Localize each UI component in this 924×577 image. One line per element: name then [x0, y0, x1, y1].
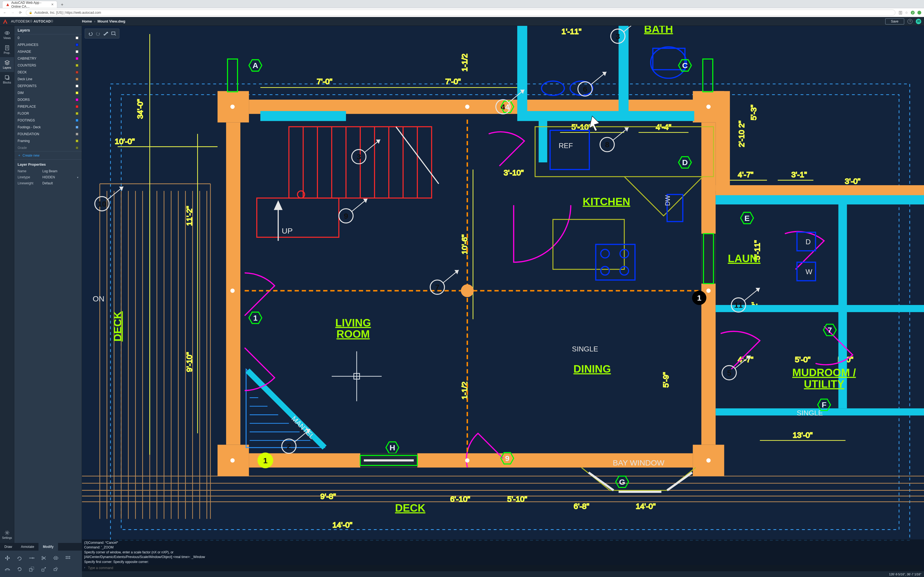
status-bar: 126'-9 5/16", 36'-7 1/16" — [82, 571, 924, 577]
layer-row[interactable]: FIREPLACE — [14, 103, 82, 110]
svg-text:7: 7 — [828, 326, 832, 334]
tool-rotate[interactable] — [14, 553, 25, 563]
svg-text:5'-10": 5'-10" — [507, 495, 527, 503]
svg-point-27 — [69, 556, 70, 557]
bookmark-star-icon[interactable]: ☆ — [905, 11, 908, 15]
gear-icon — [4, 530, 10, 535]
svg-text:KITCHEN: KITCHEN — [583, 196, 630, 208]
close-tab-icon[interactable]: ✕ — [51, 3, 53, 6]
svg-text:MANTEL: MANTEL — [290, 414, 316, 440]
reload-button[interactable]: ⟳ — [18, 11, 23, 15]
back-button[interactable]: ← — [3, 11, 7, 15]
prop-name: Name Log Beam — [14, 168, 82, 174]
tool-scale[interactable] — [26, 564, 37, 574]
tool-array[interactable] — [63, 553, 73, 563]
layer-swatch — [76, 44, 78, 46]
svg-text:14'-0": 14'-0" — [333, 521, 352, 529]
cmd-history-line: Specify corner of window, enter a scale … — [84, 550, 922, 555]
layer-name: DOORS — [18, 98, 30, 102]
svg-point-164 — [651, 47, 687, 78]
layer-name: Grade — [18, 146, 27, 150]
zoom-window-icon[interactable] — [110, 30, 118, 37]
layer-row[interactable]: ASHADE — [14, 48, 82, 55]
layer-row[interactable]: FOOTINGS — [14, 117, 82, 124]
tool-erase[interactable] — [51, 564, 61, 574]
help-icon[interactable]: ? — [908, 19, 913, 24]
layer-row[interactable]: 0 — [14, 34, 82, 41]
tool-undo[interactable] — [14, 564, 25, 574]
props-icon — [4, 45, 10, 50]
svg-text:3'-1": 3'-1" — [791, 170, 807, 179]
layers-title: Layers — [14, 26, 82, 34]
layer-row[interactable]: Deck Line — [14, 76, 82, 82]
svg-text:13'-0": 13'-0" — [793, 430, 813, 439]
browser-tab[interactable]: AutoCAD Web App - Online CA… ✕ — [2, 1, 57, 8]
tool-trim[interactable] — [39, 553, 49, 563]
password-key-icon[interactable]: ⚿ — [899, 10, 902, 15]
drawing-canvas[interactable]: DECK DECK 10'-0" 34'-0" 7'-0" — [82, 26, 924, 577]
svg-text:W: W — [806, 268, 813, 276]
avatar[interactable]: JD — [916, 19, 921, 24]
layer-row[interactable]: DECK — [14, 69, 82, 76]
layer-row[interactable]: Framing — [14, 137, 82, 144]
layer-swatch — [76, 85, 78, 87]
svg-point-30 — [69, 558, 70, 559]
layer-row[interactable]: APPLIANCES — [14, 41, 82, 48]
rail-layers[interactable]: Layers — [0, 57, 14, 72]
save-button[interactable]: Save — [885, 18, 904, 24]
svg-point-25 — [66, 556, 66, 557]
layer-row[interactable]: CABINETRY — [14, 55, 82, 62]
layer-row[interactable]: DIM — [14, 89, 82, 96]
svg-text:6: 6 — [583, 85, 587, 93]
tab-annotate[interactable]: Annotate — [16, 543, 39, 551]
undo-icon[interactable] — [87, 30, 94, 37]
create-new-layer[interactable]: ＋ Create new — [14, 152, 82, 160]
svg-text:3'-10": 3'-10" — [504, 168, 524, 177]
layer-row[interactable]: FOUNDATION — [14, 131, 82, 137]
tool-explode[interactable] — [39, 564, 49, 574]
layer-row[interactable]: DEFPOINTS — [14, 82, 82, 89]
tool-move[interactable] — [2, 553, 13, 563]
tool-copy[interactable] — [26, 553, 37, 563]
breadcrumb-home[interactable]: Home — [82, 19, 92, 23]
svg-rect-276 — [111, 32, 115, 35]
rail-views[interactable]: Views — [0, 27, 14, 42]
svg-text:C: C — [682, 61, 688, 70]
extension-dot-icon[interactable] — [918, 11, 921, 15]
layer-row[interactable]: Footings - Deck — [14, 124, 82, 131]
layer-row[interactable]: COUNTERS — [14, 62, 82, 69]
svg-rect-125 — [716, 185, 924, 195]
rail-blocks[interactable]: Blocks — [0, 72, 14, 87]
tab-draw[interactable]: Draw — [0, 543, 16, 551]
svg-point-190 — [706, 458, 711, 463]
svg-text:3: 3 — [616, 32, 620, 41]
profile-dot-icon[interactable]: J — [911, 11, 915, 15]
svg-point-187 — [231, 105, 235, 109]
svg-text:5: 5 — [727, 369, 732, 377]
layer-list[interactable]: 0APPLIANCESASHADECABINETRYCOUNTERSDECKDe… — [14, 34, 82, 152]
address-bar[interactable]: 🔒 Autodesk, Inc. [US] | https://web.auto… — [26, 10, 895, 16]
tool-mirror[interactable] — [51, 553, 61, 563]
command-input[interactable] — [86, 565, 922, 571]
new-tab-button[interactable]: + — [59, 2, 65, 8]
svg-text:D: D — [682, 158, 688, 167]
tool-offset[interactable] — [2, 564, 13, 574]
rail-settings[interactable]: Settings — [0, 528, 14, 543]
svg-rect-35 — [54, 569, 57, 571]
tab-modify[interactable]: Modify — [39, 543, 58, 551]
prop-lineweight[interactable]: Lineweight Default — [14, 180, 82, 186]
rail-props[interactable]: Prop. — [0, 42, 14, 57]
zoom-extents-icon[interactable] — [102, 30, 110, 37]
svg-rect-161 — [653, 48, 685, 70]
layer-row[interactable]: DOORS — [14, 96, 82, 103]
redo-icon[interactable] — [94, 30, 102, 37]
layer-row[interactable]: Grade — [14, 144, 82, 151]
layer-row[interactable]: FLOOR — [14, 110, 82, 117]
prop-linetype[interactable]: Linetype HIDDEN▾ — [14, 174, 82, 180]
forward-button[interactable]: → — [10, 11, 15, 15]
svg-text:3'-0": 3'-0" — [845, 177, 861, 185]
svg-point-0 — [5, 32, 9, 34]
svg-text:SINGLE: SINGLE — [797, 409, 823, 417]
svg-text:9: 9 — [344, 211, 348, 220]
svg-text:F: F — [822, 400, 826, 409]
